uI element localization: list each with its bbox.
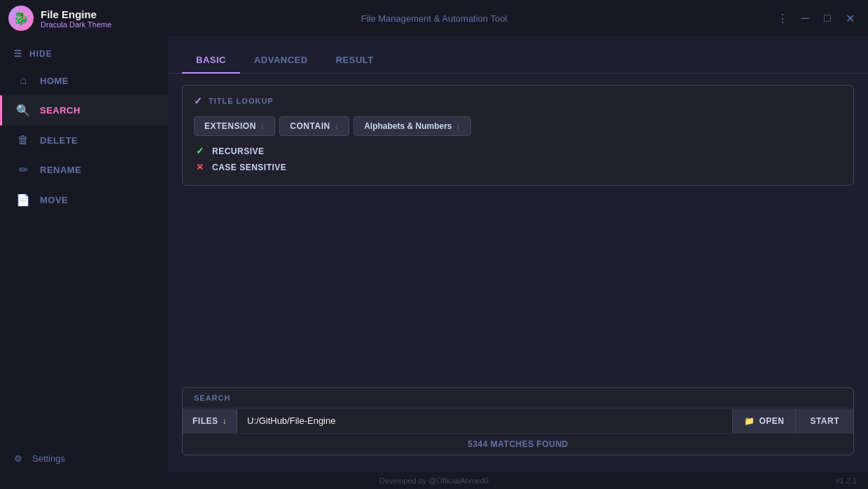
alpha-down-icon: ↓ [456, 121, 461, 131]
main-panel: ✓ TITLE LOOKUP EXTENSION ↓ CONTAIN ↓ Alp… [168, 74, 868, 472]
contain-filter-button[interactable]: CONTAIN ↓ [279, 116, 349, 136]
minimize-button[interactable]: ─ [795, 8, 815, 28]
search-controls: FILES ↓ 📁 OPEN START [183, 408, 853, 433]
sidebar: ☰ HIDE ⌂ HOME 🔍 SEARCH 🗑 DELETE ✏ RENAME… [0, 36, 168, 472]
lookup-header: ✓ TITLE LOOKUP [194, 95, 842, 106]
extension-down-icon: ↓ [260, 121, 265, 131]
window-controls: ⋮ ─ □ ✕ [773, 8, 860, 28]
rename-icon: ✏ [16, 163, 30, 177]
sidebar-item-label: MOVE [40, 195, 68, 205]
close-button[interactable]: ✕ [840, 8, 860, 28]
title-lookup-box: ✓ TITLE LOOKUP EXTENSION ↓ CONTAIN ↓ Alp… [182, 85, 854, 186]
app-identity: 🐉 File Engine Dracula Dark Theme [8, 6, 111, 31]
sidebar-item-label: SEARCH [40, 105, 80, 116]
maximize-button[interactable]: □ [818, 8, 837, 28]
settings-label: Settings [32, 453, 65, 464]
search-bottom-bar: SEARCH FILES ↓ 📁 OPEN START 5344 MATCHES… [182, 387, 854, 455]
tabs-bar: BASIC ADVANCED RESULT [168, 48, 868, 74]
settings-button[interactable]: ⚙ Settings [0, 445, 168, 472]
sidebar-item-home[interactable]: ⌂ HOME [0, 66, 168, 95]
folder-icon: 📁 [744, 416, 755, 426]
case-sensitive-icon: ✕ [194, 162, 206, 172]
tab-advanced[interactable]: ADVANCED [240, 48, 322, 74]
app-subtitle: Dracula Dark Theme [41, 20, 111, 29]
sidebar-item-label: HOME [40, 76, 69, 86]
files-dropdown-button[interactable]: FILES ↓ [183, 409, 237, 433]
contain-down-icon: ↓ [335, 121, 340, 131]
search-icon: 🔍 [16, 104, 30, 117]
case-sensitive-label: CASE SENSITIVE [212, 163, 286, 172]
matches-found-label: 5344 MATCHES FOUND [183, 433, 853, 455]
extension-filter-button[interactable]: EXTENSION ↓ [194, 116, 275, 136]
tab-result[interactable]: RESULT [322, 48, 388, 74]
footer-credit: Developed by @OfficialAhmed0 [379, 476, 489, 485]
lookup-label: TITLE LOOKUP [209, 97, 274, 105]
recursive-option[interactable]: ✓ RECURSIVE [194, 143, 842, 159]
app-title-block: File Engine Dracula Dark Theme [41, 8, 111, 29]
settings-icon: ⚙ [14, 453, 22, 464]
sidebar-item-label: RENAME [40, 165, 81, 175]
sidebar-item-move[interactable]: 📄 MOVE [0, 185, 168, 215]
files-down-icon: ↓ [223, 416, 227, 426]
path-input[interactable] [237, 408, 732, 433]
case-sensitive-option[interactable]: ✕ CASE SENSITIVE [194, 159, 842, 175]
start-button[interactable]: START [795, 409, 853, 433]
sidebar-item-rename[interactable]: ✏ RENAME [0, 155, 168, 185]
move-icon: 📄 [16, 193, 30, 207]
menu-button[interactable]: ⋮ [773, 8, 792, 28]
home-icon: ⌂ [16, 74, 30, 87]
titlebar: 🐉 File Engine Dracula Dark Theme File Ma… [0, 0, 868, 36]
lookup-check-icon: ✓ [194, 95, 203, 106]
footer-version: v1.2.1 [836, 476, 857, 485]
footer: Developed by @OfficialAhmed0 v1.2.1 [0, 472, 868, 489]
app-logo: 🐉 [8, 6, 34, 31]
filter-row: EXTENSION ↓ CONTAIN ↓ Alphabets & Number… [194, 116, 842, 136]
main-layout: ☰ HIDE ⌂ HOME 🔍 SEARCH 🗑 DELETE ✏ RENAME… [0, 36, 868, 472]
app-title: File Engine [41, 8, 111, 20]
open-button[interactable]: 📁 OPEN [732, 409, 796, 433]
delete-icon: 🗑 [16, 134, 30, 146]
sidebar-hide-button[interactable]: ☰ HIDE [0, 42, 168, 66]
app-center-title: File Management & Automation Tool [361, 13, 507, 24]
sidebar-item-label: DELETE [40, 135, 78, 146]
sidebar-item-search[interactable]: 🔍 SEARCH [0, 95, 168, 125]
hide-label: HIDE [29, 49, 52, 59]
recursive-label: RECURSIVE [212, 146, 265, 156]
hamburger-icon: ☰ [14, 49, 22, 59]
tab-basic[interactable]: BASIC [182, 48, 240, 74]
alpha-numbers-filter[interactable]: Alphabets & Numbers ↓ [354, 116, 470, 136]
recursive-check-icon: ✓ [194, 146, 206, 156]
search-section-label: SEARCH [183, 388, 853, 408]
sidebar-item-delete[interactable]: 🗑 DELETE [0, 125, 168, 155]
content-area: BASIC ADVANCED RESULT ✓ TITLE LOOKUP EXT… [168, 36, 868, 472]
